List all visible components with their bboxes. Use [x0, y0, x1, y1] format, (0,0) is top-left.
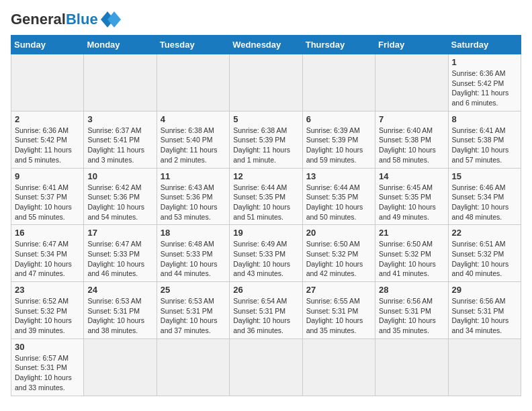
day-cell: 26Sunrise: 6:54 AM Sunset: 5:31 PM Dayli… — [230, 282, 302, 339]
day-header-monday: Monday — [84, 36, 157, 54]
day-cell — [157, 338, 229, 396]
header-row: SundayMondayTuesdayWednesdayThursdayFrid… — [11, 36, 521, 54]
day-cell: 9Sunrise: 6:41 AM Sunset: 5:37 PM Daylig… — [11, 168, 84, 225]
day-number: 4 — [161, 114, 226, 124]
calendar-body: 1Sunrise: 6:36 AM Sunset: 5:42 PM Daylig… — [11, 54, 521, 396]
day-cell: 21Sunrise: 6:50 AM Sunset: 5:32 PM Dayli… — [375, 225, 448, 282]
week-row-5: 23Sunrise: 6:52 AM Sunset: 5:32 PM Dayli… — [11, 282, 521, 339]
day-cell: 30Sunrise: 6:57 AM Sunset: 5:31 PM Dayli… — [11, 338, 84, 396]
day-cell: 13Sunrise: 6:44 AM Sunset: 5:35 PM Dayli… — [302, 168, 375, 225]
day-cell: 16Sunrise: 6:47 AM Sunset: 5:34 PM Dayli… — [11, 225, 84, 282]
day-cell: 23Sunrise: 6:52 AM Sunset: 5:32 PM Dayli… — [11, 282, 84, 339]
day-info: Sunrise: 6:41 AM Sunset: 5:37 PM Dayligh… — [15, 183, 80, 222]
day-number: 8 — [452, 114, 517, 124]
day-info: Sunrise: 6:42 AM Sunset: 5:36 PM Dayligh… — [87, 183, 152, 222]
day-cell: 2Sunrise: 6:36 AM Sunset: 5:42 PM Daylig… — [11, 111, 84, 168]
day-cell — [302, 338, 375, 396]
day-info: Sunrise: 6:43 AM Sunset: 5:36 PM Dayligh… — [161, 183, 226, 222]
day-number: 22 — [452, 228, 517, 238]
day-header-sunday: Sunday — [11, 36, 84, 54]
day-cell: 1Sunrise: 6:36 AM Sunset: 5:42 PM Daylig… — [448, 54, 521, 111]
page-header: GeneralBlue — [11, 11, 521, 28]
logo-icon — [101, 11, 121, 28]
day-info: Sunrise: 6:38 AM Sunset: 5:40 PM Dayligh… — [161, 126, 226, 165]
day-header-thursday: Thursday — [302, 36, 375, 54]
day-cell: 28Sunrise: 6:56 AM Sunset: 5:31 PM Dayli… — [375, 282, 448, 339]
day-header-saturday: Saturday — [448, 36, 521, 54]
day-number: 13 — [306, 171, 371, 181]
day-info: Sunrise: 6:50 AM Sunset: 5:32 PM Dayligh… — [306, 239, 371, 279]
day-number: 24 — [87, 285, 152, 295]
calendar-header: SundayMondayTuesdayWednesdayThursdayFrid… — [11, 36, 521, 54]
week-row-3: 9Sunrise: 6:41 AM Sunset: 5:37 PM Daylig… — [11, 168, 521, 225]
day-info: Sunrise: 6:49 AM Sunset: 5:33 PM Dayligh… — [233, 239, 298, 279]
day-info: Sunrise: 6:51 AM Sunset: 5:32 PM Dayligh… — [452, 239, 517, 279]
day-number: 6 — [306, 114, 371, 124]
day-cell: 5Sunrise: 6:38 AM Sunset: 5:39 PM Daylig… — [230, 111, 302, 168]
day-info: Sunrise: 6:44 AM Sunset: 5:35 PM Dayligh… — [233, 183, 298, 222]
calendar-table: SundayMondayTuesdayWednesdayThursdayFrid… — [11, 35, 521, 396]
day-cell: 20Sunrise: 6:50 AM Sunset: 5:32 PM Dayli… — [302, 225, 375, 282]
day-info: Sunrise: 6:44 AM Sunset: 5:35 PM Dayligh… — [306, 183, 371, 222]
day-cell: 8Sunrise: 6:41 AM Sunset: 5:38 PM Daylig… — [448, 111, 521, 168]
day-number: 17 — [87, 228, 152, 238]
week-row-2: 2Sunrise: 6:36 AM Sunset: 5:42 PM Daylig… — [11, 111, 521, 168]
logo: GeneralBlue — [11, 11, 121, 28]
day-cell: 27Sunrise: 6:55 AM Sunset: 5:31 PM Dayli… — [302, 282, 375, 339]
day-number: 9 — [15, 171, 80, 181]
day-number: 27 — [306, 285, 371, 295]
day-info: Sunrise: 6:40 AM Sunset: 5:38 PM Dayligh… — [379, 126, 444, 165]
day-info: Sunrise: 6:56 AM Sunset: 5:31 PM Dayligh… — [452, 296, 517, 336]
day-cell: 11Sunrise: 6:43 AM Sunset: 5:36 PM Dayli… — [157, 168, 229, 225]
logo-text: GeneralBlue — [11, 11, 98, 28]
day-cell: 4Sunrise: 6:38 AM Sunset: 5:40 PM Daylig… — [157, 111, 229, 168]
day-info: Sunrise: 6:39 AM Sunset: 5:39 PM Dayligh… — [306, 126, 371, 165]
day-info: Sunrise: 6:50 AM Sunset: 5:32 PM Dayligh… — [379, 239, 444, 279]
day-number: 2 — [15, 114, 80, 124]
day-cell: 6Sunrise: 6:39 AM Sunset: 5:39 PM Daylig… — [302, 111, 375, 168]
day-cell — [157, 54, 229, 111]
day-info: Sunrise: 6:57 AM Sunset: 5:31 PM Dayligh… — [15, 353, 80, 393]
day-cell: 14Sunrise: 6:45 AM Sunset: 5:35 PM Dayli… — [375, 168, 448, 225]
day-cell — [375, 338, 448, 396]
day-number: 7 — [379, 114, 444, 124]
day-info: Sunrise: 6:52 AM Sunset: 5:32 PM Dayligh… — [15, 296, 80, 336]
day-number: 30 — [15, 342, 80, 352]
day-cell — [375, 54, 448, 111]
day-info: Sunrise: 6:47 AM Sunset: 5:33 PM Dayligh… — [87, 239, 152, 279]
day-header-tuesday: Tuesday — [157, 36, 229, 54]
day-cell — [302, 54, 375, 111]
day-cell: 19Sunrise: 6:49 AM Sunset: 5:33 PM Dayli… — [230, 225, 302, 282]
day-cell: 17Sunrise: 6:47 AM Sunset: 5:33 PM Dayli… — [84, 225, 157, 282]
day-header-wednesday: Wednesday — [230, 36, 302, 54]
week-row-6: 30Sunrise: 6:57 AM Sunset: 5:31 PM Dayli… — [11, 338, 521, 396]
day-number: 11 — [161, 171, 226, 181]
day-number: 12 — [233, 171, 298, 181]
day-number: 14 — [379, 171, 444, 181]
day-number: 19 — [233, 228, 298, 238]
day-cell: 3Sunrise: 6:37 AM Sunset: 5:41 PM Daylig… — [84, 111, 157, 168]
day-number: 18 — [161, 228, 226, 238]
day-cell: 24Sunrise: 6:53 AM Sunset: 5:31 PM Dayli… — [84, 282, 157, 339]
day-number: 20 — [306, 228, 371, 238]
day-info: Sunrise: 6:55 AM Sunset: 5:31 PM Dayligh… — [306, 296, 371, 336]
day-info: Sunrise: 6:53 AM Sunset: 5:31 PM Dayligh… — [87, 296, 152, 336]
day-info: Sunrise: 6:46 AM Sunset: 5:34 PM Dayligh… — [452, 183, 517, 222]
day-header-friday: Friday — [375, 36, 448, 54]
day-cell — [84, 54, 157, 111]
day-cell: 7Sunrise: 6:40 AM Sunset: 5:38 PM Daylig… — [375, 111, 448, 168]
day-number: 1 — [452, 57, 517, 67]
day-number: 16 — [15, 228, 80, 238]
day-info: Sunrise: 6:53 AM Sunset: 5:31 PM Dayligh… — [161, 296, 226, 336]
day-cell: 12Sunrise: 6:44 AM Sunset: 5:35 PM Dayli… — [230, 168, 302, 225]
day-info: Sunrise: 6:48 AM Sunset: 5:33 PM Dayligh… — [161, 239, 226, 279]
day-number: 28 — [379, 285, 444, 295]
day-number: 5 — [233, 114, 298, 124]
day-number: 15 — [452, 171, 517, 181]
day-cell — [448, 338, 521, 396]
day-number: 23 — [15, 285, 80, 295]
day-cell: 29Sunrise: 6:56 AM Sunset: 5:31 PM Dayli… — [448, 282, 521, 339]
day-cell: 15Sunrise: 6:46 AM Sunset: 5:34 PM Dayli… — [448, 168, 521, 225]
day-number: 21 — [379, 228, 444, 238]
day-number: 26 — [233, 285, 298, 295]
